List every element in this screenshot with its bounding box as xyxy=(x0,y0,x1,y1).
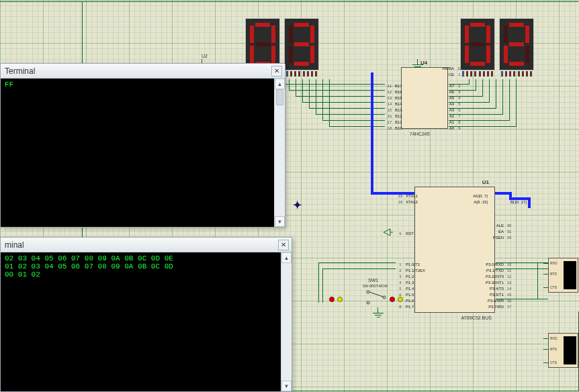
switch-sw1[interactable] xyxy=(366,290,386,305)
pin-label: CTS xyxy=(550,360,557,364)
pin: P3.5/T115 xyxy=(486,291,513,297)
pin: 14B14 xyxy=(386,101,402,107)
wire xyxy=(449,102,489,103)
pin-label: RXD xyxy=(550,261,558,265)
pin: 13B15 xyxy=(386,95,402,101)
origin-marker: ✦ xyxy=(293,199,302,211)
chevron-up-icon: ▲ xyxy=(277,81,283,87)
pin: A[8..15] xyxy=(473,199,497,205)
scrollbar[interactable]: ▲ ▼ xyxy=(281,252,292,391)
pin: PSEN29 xyxy=(493,234,513,240)
pin: AB/BA19 xyxy=(442,65,463,71)
seven-seg-digit xyxy=(284,18,319,70)
pin: AD[0..7] xyxy=(473,193,497,199)
pin: P3.3/INT113 xyxy=(486,279,513,285)
wire xyxy=(302,79,303,103)
component-part: SW-SPDT-MOM xyxy=(363,284,388,288)
scroll-down-button[interactable]: ▼ xyxy=(281,381,292,391)
pin: 3P1.2 xyxy=(396,273,425,279)
wire xyxy=(322,268,323,303)
pin: ALE30 xyxy=(493,222,513,228)
close-icon: ✕ xyxy=(281,241,286,248)
wire xyxy=(0,1,578,2)
chevron-down-icon: ▼ xyxy=(284,383,290,389)
svg-point-3 xyxy=(367,301,369,304)
pin: 9RST xyxy=(396,230,414,236)
ic-u4[interactable]: U4 74HC245 11B1712B1613B1514B1415B1316B1… xyxy=(401,67,448,129)
pin: P3.7/RD17 xyxy=(486,303,513,309)
wire xyxy=(509,79,510,121)
wire xyxy=(482,79,483,97)
terminal-output[interactable]: FF xyxy=(1,79,285,227)
pin: 18B10 xyxy=(386,125,402,131)
schematic-canvas[interactable]: U2 U4 74HC245 11B1712B1613B1514B1415B131… xyxy=(0,0,579,392)
wire xyxy=(489,79,490,103)
bus xyxy=(371,72,373,193)
component-ref: U1 xyxy=(482,179,489,185)
terminal-window-bottom[interactable]: minal ✕ 02 03 04 05 06 07 08 09 0A 0B 0C… xyxy=(0,237,292,392)
wire xyxy=(449,108,496,109)
close-button[interactable]: ✕ xyxy=(278,240,289,250)
probe-red[interactable] xyxy=(329,297,335,302)
wire xyxy=(318,262,396,263)
wire xyxy=(516,79,517,127)
wire xyxy=(449,84,469,85)
component-part: 74HC245 xyxy=(410,132,430,136)
wire xyxy=(318,262,319,303)
wire xyxy=(316,79,316,115)
titlebar[interactable]: minal ✕ xyxy=(1,238,292,252)
probe-yellow[interactable] xyxy=(398,297,403,302)
wire xyxy=(289,79,290,91)
probe-red[interactable] xyxy=(390,297,395,302)
virtual-terminal[interactable]: RXD RTS CTS xyxy=(548,258,578,293)
ic-u1[interactable]: U1 AT89C52.BUS 19XTAL118XTAL2 9RST 1P1.0… xyxy=(414,187,495,313)
pin: 5P1.4 xyxy=(396,285,425,291)
svg-marker-0 xyxy=(384,229,390,236)
pin: 19XTAL1 xyxy=(396,193,418,199)
wire xyxy=(449,126,516,127)
scroll-up-button[interactable]: ▲ xyxy=(281,252,292,263)
wire xyxy=(449,96,482,97)
svg-point-2 xyxy=(367,291,369,293)
wire xyxy=(449,90,476,91)
seven-seg-digit xyxy=(499,18,534,70)
wire xyxy=(322,268,396,269)
wire xyxy=(496,299,548,299)
window-title: minal xyxy=(5,240,24,250)
terminal-window-top[interactable]: Terminal ✕ FF ▲ ▼ xyxy=(0,63,285,228)
wire xyxy=(449,114,502,115)
close-icon: ✕ xyxy=(274,67,279,75)
wire xyxy=(496,268,548,269)
pin: 11B17 xyxy=(386,83,402,89)
wire xyxy=(322,120,385,121)
pin: 1P1.0/T2 xyxy=(396,261,425,267)
svg-point-4 xyxy=(383,296,386,299)
wire xyxy=(496,79,496,109)
power-arrow xyxy=(384,228,393,236)
pin: 15B13 xyxy=(386,107,402,113)
scrollbar[interactable]: ▲ ▼ xyxy=(274,79,285,227)
svg-line-5 xyxy=(369,292,383,297)
scroll-down-button[interactable]: ▼ xyxy=(275,216,285,227)
wire xyxy=(322,79,323,121)
probe-yellow[interactable] xyxy=(337,297,343,302)
pin: 2P1.1/T2EX xyxy=(396,267,425,273)
pin: 4P1.3 xyxy=(396,279,425,285)
virtual-terminal[interactable]: RXD RTS CTS xyxy=(548,333,578,368)
titlebar[interactable]: Terminal ✕ xyxy=(1,64,285,79)
scroll-thumb[interactable] xyxy=(276,89,283,105)
window-title: Terminal xyxy=(5,66,35,76)
scroll-up-button[interactable]: ▲ xyxy=(275,79,285,89)
pin: CE1 xyxy=(442,71,463,77)
pin: 17B11 xyxy=(386,119,402,125)
wire xyxy=(537,262,538,299)
pin: P3.4/T014 xyxy=(486,285,513,291)
wire xyxy=(496,262,548,263)
close-button[interactable]: ✕ xyxy=(271,66,282,77)
pin-label: RTS xyxy=(550,272,557,276)
wire xyxy=(309,108,385,109)
terminal-output[interactable]: 02 03 04 05 06 07 08 09 0A 0B 0C 0D 0E 0… xyxy=(1,252,292,391)
pin: EA31 xyxy=(493,228,513,234)
pin: 16B12 xyxy=(386,113,402,119)
wire xyxy=(502,79,503,115)
